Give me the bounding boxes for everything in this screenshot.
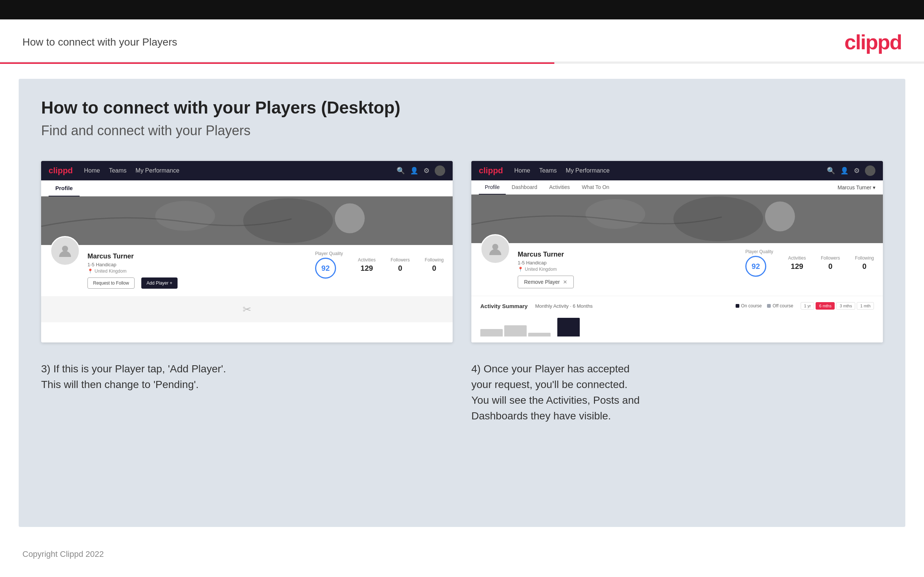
stat-label-followers-1: Followers (391, 257, 410, 263)
profile-stats-2: Player Quality 92 Activities 129 Followe… (745, 249, 874, 277)
page-footer: Copyright Clippd 2022 (0, 542, 924, 567)
legend-dot-off (767, 304, 771, 308)
main-subtitle: Find and connect with your Players (41, 123, 883, 139)
stat-label-following-2: Following (855, 255, 874, 261)
stat-activities-2: Activities 129 (788, 255, 806, 271)
screenshot-2: clippd Home Teams My Performance 🔍 👤 ⚙ P… (471, 161, 883, 342)
activity-period-2: Monthly Activity · 6 Months (535, 303, 593, 309)
app-nav-2: clippd Home Teams My Performance 🔍 👤 ⚙ (471, 161, 883, 181)
tab-dashboard-2[interactable]: Dashboard (506, 181, 543, 195)
period-3mths[interactable]: 3 mths (836, 302, 855, 309)
avatar-icon-2[interactable] (865, 166, 876, 176)
stat-value-followers-1: 0 (391, 264, 410, 272)
tab-profile-1[interactable]: Profile (48, 181, 80, 197)
activity-summary-2: Activity Summary Monthly Activity · 6 Mo… (471, 296, 883, 342)
description-step4: 4) Once your Player has accepted your re… (471, 361, 883, 424)
stat-label-activities-2: Activities (788, 255, 806, 261)
app-nav-items-1: Home Teams My Performance (84, 167, 397, 174)
location-icon-1: 📍 (87, 269, 93, 274)
main-content: How to connect with your Players (Deskto… (19, 79, 905, 527)
search-icon-1[interactable]: 🔍 (397, 166, 405, 175)
period-1yr[interactable]: 1 yr (801, 302, 814, 309)
svg-point-8 (765, 201, 795, 232)
chart-bar-2 (504, 325, 527, 337)
stat-following-2: Following 0 (855, 255, 874, 271)
stat-value-followers-2: 0 (821, 262, 840, 271)
period-1mth[interactable]: 1 mth (857, 302, 874, 309)
add-player-button[interactable]: Add Player + (141, 277, 178, 288)
location-icon-2: 📍 (518, 267, 523, 272)
profile-handicap-2: 1-5 Handicap (518, 260, 738, 266)
quality-circle-1: 92 (315, 258, 336, 279)
nav-home-1[interactable]: Home (84, 167, 100, 174)
period-6mths[interactable]: 6 mths (816, 302, 835, 309)
profile-name-1: Marcus Turner (87, 253, 308, 260)
stat-followers-1: Followers 0 (391, 257, 410, 272)
svg-point-3 (335, 203, 365, 234)
profile-details-1: Marcus Turner 1-5 Handicap 📍 United King… (87, 251, 308, 288)
nav-myperformance-1[interactable]: My Performance (136, 167, 179, 174)
quality-circle-2: 92 (745, 256, 766, 277)
stat-label-followers-2: Followers (821, 255, 840, 261)
profile-stats-1: Player Quality 92 Activities 129 Followe… (315, 251, 444, 279)
tab-bar-right-2: Profile Dashboard Activities What To On … (471, 181, 883, 195)
nav-teams-2[interactable]: Teams (539, 167, 557, 174)
copyright-text: Copyright Clippd 2022 (23, 550, 104, 559)
request-follow-button[interactable]: Request to Follow (87, 277, 134, 288)
chart-area-2 (480, 314, 874, 337)
period-buttons-2: 1 yr 6 mths 3 mths 1 mth (801, 302, 874, 309)
search-icon-2[interactable]: 🔍 (827, 166, 835, 175)
profile-handicap-1: 1-5 Handicap (87, 262, 308, 268)
tab-whattoon-2[interactable]: What To On (576, 181, 615, 195)
nav-myperformance-2[interactable]: My Performance (566, 167, 610, 174)
stat-activities-1: Activities 129 (358, 257, 376, 272)
tab-user-label-2[interactable]: Marcus Turner ▾ (838, 184, 876, 190)
app-nav-1: clippd Home Teams My Performance 🔍 👤 ⚙ (41, 161, 453, 181)
accent-line (0, 62, 924, 64)
stat-player-quality-2: Player Quality 92 (745, 249, 773, 277)
stat-followers-2: Followers 0 (821, 255, 840, 271)
descriptions-row: 3) If this is your Player tap, 'Add Play… (41, 361, 883, 424)
remove-player-button[interactable]: Remove Player ✕ (518, 276, 574, 288)
app-nav-items-2: Home Teams My Performance (514, 167, 827, 174)
svg-point-6 (674, 197, 763, 241)
screenshots-row: clippd Home Teams My Performance 🔍 👤 ⚙ P… (41, 161, 883, 342)
profile-info-1: Marcus Turner 1-5 Handicap 📍 United King… (41, 245, 453, 296)
profile-location-1: 📍 United Kingdom (87, 269, 308, 274)
legend-on-course: On course (736, 303, 762, 308)
page-header-title: How to connect with your Players (23, 36, 177, 48)
stat-following-1: Following 0 (425, 257, 444, 272)
activity-header-2: Activity Summary Monthly Activity · 6 Mo… (480, 302, 874, 309)
nav-teams-1[interactable]: Teams (109, 167, 126, 174)
stat-value-activities-2: 129 (788, 262, 806, 271)
user-icon-2[interactable]: 👤 (840, 166, 848, 175)
scissors-area-1: ✂ (41, 296, 453, 322)
stat-value-activities-1: 129 (358, 264, 376, 272)
svg-point-2 (155, 201, 215, 231)
avatar-icon-1[interactable] (435, 166, 445, 176)
app-nav-icons-2: 🔍 👤 ⚙ (827, 166, 876, 176)
app-nav-logo-2: clippd (479, 166, 503, 176)
close-icon: ✕ (563, 279, 567, 285)
stat-label-quality-1: Player Quality (315, 251, 343, 256)
settings-icon-1[interactable]: ⚙ (423, 166, 430, 175)
user-icon-1[interactable]: 👤 (410, 166, 418, 175)
app-tabs-1: Profile (41, 181, 453, 197)
profile-details-2: Marcus Turner 1-5 Handicap 📍 United King… (518, 249, 738, 288)
tab-activities-2[interactable]: Activities (543, 181, 576, 195)
top-bar (0, 0, 924, 19)
settings-icon-2[interactable]: ⚙ (854, 166, 860, 175)
tab-profile-2[interactable]: Profile (479, 181, 506, 195)
nav-home-2[interactable]: Home (514, 167, 530, 174)
activity-legend-2: On course Off course (736, 303, 793, 308)
chart-bar-4 (557, 318, 580, 337)
tabs-group-2: Profile Dashboard Activities What To On (479, 181, 615, 194)
screenshot-1: clippd Home Teams My Performance 🔍 👤 ⚙ P… (41, 161, 453, 342)
page-header: How to connect with your Players clippd (0, 19, 924, 62)
svg-point-7 (585, 199, 645, 229)
stat-player-quality-1: Player Quality 92 (315, 251, 343, 279)
main-title: How to connect with your Players (Deskto… (41, 97, 883, 118)
svg-point-1 (243, 198, 333, 243)
stat-value-following-2: 0 (855, 262, 874, 271)
activity-title-2: Activity Summary (480, 303, 528, 309)
